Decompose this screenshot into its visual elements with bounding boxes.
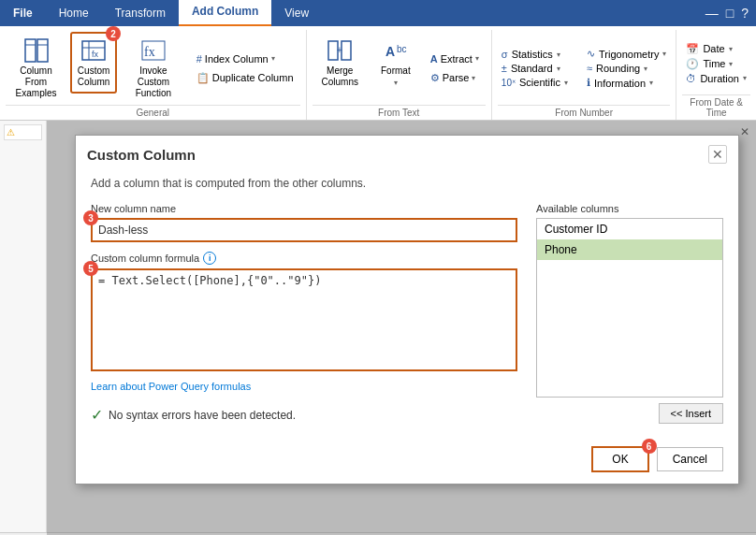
standard-icon: ±: [502, 63, 507, 74]
information-button[interactable]: ℹ Information ▾: [583, 76, 670, 90]
dialog-main-row: New column name 3 Custom column formula: [91, 203, 723, 424]
tab-view[interactable]: View: [271, 0, 322, 26]
extract-icon: A: [430, 53, 438, 65]
tab-transform[interactable]: Transform: [102, 0, 179, 26]
trigonometry-button[interactable]: ∿ Trigonometry ▾: [583, 47, 670, 61]
column-from-examples-icon: [23, 37, 50, 64]
information-dropdown-icon: ▾: [649, 79, 653, 87]
column-name-label: New column name: [91, 203, 517, 214]
dialog-right-panel: Available columns Customer ID Phone << I…: [536, 203, 723, 424]
standard-dropdown-icon: ▾: [557, 65, 560, 73]
datetime-buttons: 📅 Date ▾ 🕐 Time ▾ ⏱ Duration ▾: [682, 32, 750, 94]
badge-6: 6: [642, 439, 657, 454]
svg-text:bc: bc: [397, 44, 407, 54]
ribbon-group-from-number: σ Statistics ▾ ± Standard ▾ 10ˣ Scientif…: [492, 30, 677, 120]
column-name-input[interactable]: [91, 218, 517, 242]
dialog-title: Custom Column: [87, 147, 196, 163]
dialog-left-panel: New column name 3 Custom column formula: [91, 203, 517, 424]
formula-info-icon[interactable]: i: [203, 252, 216, 265]
custom-column-dialog: Custom Column ✕ Add a column that is com…: [75, 135, 739, 484]
column-item-customer-id[interactable]: Customer ID: [537, 219, 722, 239]
query-warning-icon: ⚠: [7, 127, 15, 137]
main-area: ⚠ ✕ Custom Column ✕ Add a column that is…: [0, 121, 756, 535]
duration-icon: ⏱: [686, 73, 696, 84]
help-btn[interactable]: ?: [741, 6, 749, 21]
duplicate-column-button[interactable]: 📋 Duplicate Column: [190, 69, 300, 87]
svg-text:fx: fx: [144, 45, 155, 59]
duration-button[interactable]: ⏱ Duration ▾: [682, 72, 750, 85]
scientific-button[interactable]: 10ˣ Scientific ▾: [498, 76, 572, 89]
custom-column-button[interactable]: 2 fx CustomColumn: [70, 32, 117, 94]
formula-label-row: Custom column formula i: [91, 252, 517, 265]
scientific-dropdown-icon: ▾: [564, 79, 568, 87]
ribbon-small-buttons: # Index Column ▾ 📋 Duplicate Column: [190, 32, 300, 105]
minimize-btn[interactable]: —: [705, 6, 719, 21]
extract-label: Extract: [441, 53, 472, 65]
rounding-icon: ≈: [587, 63, 592, 74]
tab-home[interactable]: Home: [46, 0, 102, 26]
dialog-overlay: Custom Column ✕ Add a column that is com…: [47, 121, 756, 535]
from-datetime-group-label: From Date & Time: [682, 94, 750, 120]
ribbon-group-from-datetime: 📅 Date ▾ 🕐 Time ▾ ⏱ Duration ▾ From Date…: [676, 30, 756, 120]
custom-column-label: CustomColumn: [78, 65, 109, 88]
merge-columns-button[interactable]: + MergeColumns: [313, 32, 368, 94]
date-button[interactable]: 📅 Date ▾: [682, 42, 750, 56]
scientific-label: Scientific: [519, 77, 560, 88]
insert-button[interactable]: << Insert: [659, 403, 723, 424]
ok-button[interactable]: OK: [591, 446, 648, 472]
parse-button[interactable]: ⚙ Parse ▾: [424, 69, 486, 87]
custom-column-badge: 2: [106, 26, 121, 41]
invoke-custom-function-button[interactable]: fx Invoke CustomFunction: [121, 32, 186, 105]
format-button[interactable]: A bc Format ▾: [371, 32, 420, 93]
extract-button[interactable]: A Extract ▾: [424, 51, 486, 67]
trigonometry-icon: ∿: [587, 48, 595, 60]
standard-button[interactable]: ± Standard ▾: [498, 62, 572, 75]
extract-parse-buttons: A Extract ▾ ⚙ Parse ▾: [424, 32, 486, 105]
tab-add-column[interactable]: Add Column: [179, 0, 271, 26]
statistics-button[interactable]: σ Statistics ▾: [498, 48, 572, 61]
query-item[interactable]: ⚠: [4, 124, 42, 140]
formula-input[interactable]: [91, 268, 517, 371]
time-icon: 🕐: [686, 58, 699, 70]
svg-rect-11: [342, 41, 351, 60]
from-text-group-label: From Text: [313, 105, 486, 120]
information-icon: ℹ: [587, 77, 590, 89]
ribbon-tab-bar: File Home Transform Add Column View — □ …: [0, 0, 756, 26]
svg-text:+: +: [337, 45, 342, 55]
parse-label: Parse: [443, 72, 470, 83]
parse-dropdown-icon: ▾: [472, 74, 475, 82]
ribbon-group-general: Column FromExamples 2 fx: [0, 30, 307, 120]
date-icon: 📅: [686, 43, 699, 55]
formula-area: 5: [91, 268, 517, 371]
rounding-button[interactable]: ≈ Rounding ▾: [583, 62, 670, 75]
format-icon: A bc: [383, 37, 409, 64]
maximize-btn[interactable]: □: [726, 6, 734, 21]
time-label: Time: [703, 58, 725, 69]
duration-label: Duration: [700, 73, 739, 84]
general-group-label: General: [6, 105, 300, 120]
cancel-button[interactable]: Cancel: [657, 447, 723, 471]
column-from-examples-label: Column FromExamples: [15, 65, 57, 99]
trigonometry-label: Trigonometry: [599, 49, 659, 60]
scientific-icon: 10ˣ: [502, 78, 516, 88]
invoke-custom-function-icon: fx: [140, 37, 167, 64]
svg-rect-1: [37, 39, 48, 62]
insert-btn-row: << Insert: [536, 403, 723, 424]
index-column-dropdown-icon: ▾: [271, 54, 275, 63]
column-name-row: 3: [91, 218, 517, 242]
column-from-examples-button[interactable]: Column FromExamples: [6, 32, 66, 105]
index-column-button[interactable]: # Index Column ▾: [190, 51, 300, 67]
standard-label: Standard: [511, 63, 553, 74]
learn-link[interactable]: Learn about Power Query formulas: [91, 381, 251, 392]
ribbon-content: Column FromExamples 2 fx: [0, 26, 756, 120]
sidebar: ⚠: [0, 121, 47, 535]
tab-file[interactable]: File: [0, 0, 46, 26]
column-item-phone[interactable]: Phone: [537, 239, 722, 260]
ribbon: File Home Transform Add Column View — □ …: [0, 0, 756, 121]
index-column-label: Index Column: [205, 53, 269, 65]
statistics-dropdown-icon: ▾: [557, 51, 560, 59]
dialog-close-button[interactable]: ✕: [708, 145, 727, 164]
time-button[interactable]: 🕐 Time ▾: [682, 57, 750, 71]
svg-text:fx: fx: [92, 50, 99, 59]
badge-3: 3: [83, 210, 98, 225]
